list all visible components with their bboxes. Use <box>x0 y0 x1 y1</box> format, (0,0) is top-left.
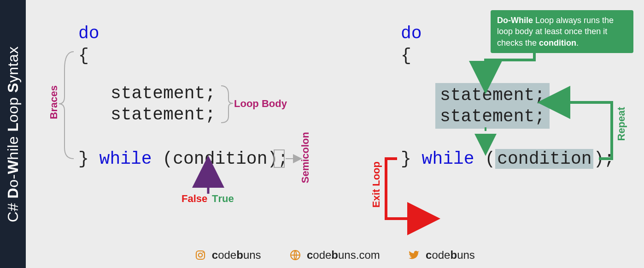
website-link[interactable]: codebuns.com <box>290 249 380 262</box>
true-label: True <box>212 193 234 205</box>
false-label: False <box>181 193 207 205</box>
sidebar-title: C# Do-While Loop Syntax <box>5 46 22 222</box>
right-open-brace: { <box>401 45 411 66</box>
left-statement-2: statement; <box>111 104 216 125</box>
svg-point-5 <box>203 252 204 253</box>
instagram-link[interactable]: codebuns <box>195 249 261 262</box>
left-statement-1: statement; <box>111 83 216 104</box>
footer-socials: codebuns codebuns.com codebuns <box>26 249 644 262</box>
semicolon-highlight-box <box>274 149 285 168</box>
instagram-icon <box>195 250 206 261</box>
svg-point-4 <box>199 253 202 257</box>
braces-label: Braces <box>48 85 60 119</box>
left-open-brace: { <box>78 45 89 66</box>
globe-icon <box>290 250 301 261</box>
repeat-label: Repeat <box>615 107 627 141</box>
right-do-keyword: do <box>401 23 422 44</box>
right-while-line: } while (condition); <box>401 149 615 170</box>
left-while-line: } while (condition); <box>78 149 288 170</box>
info-tooltip: Do-While Loop always runs the loop body … <box>491 10 633 53</box>
twitter-icon <box>409 250 420 261</box>
sidebar: C# Do-While Loop Syntax <box>0 0 26 268</box>
semicolon-label: Semicolon <box>299 132 311 183</box>
right-statements-block: statement; statement; <box>435 83 550 129</box>
loop-body-label: Loop Body <box>234 98 287 110</box>
exit-loop-label: Exit Loop <box>370 161 382 208</box>
left-do-keyword: do <box>78 23 100 44</box>
twitter-link[interactable]: codebuns <box>409 249 474 262</box>
